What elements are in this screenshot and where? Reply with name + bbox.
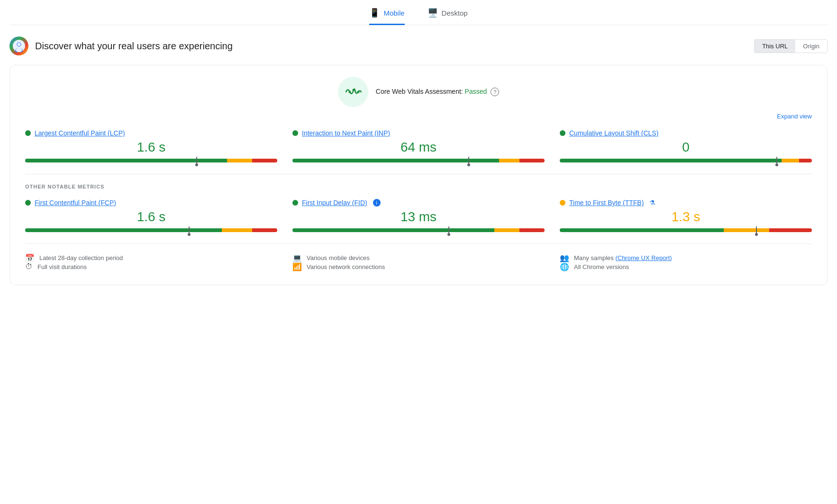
other-metrics-grid: First Contentful Paint (FCP) 1.6 s First… — [25, 199, 812, 232]
metric-dot-ttfb — [560, 200, 565, 206]
svg-point-5 — [348, 91, 351, 93]
metric-name-lcp[interactable]: Largest Contentful Paint (LCP) — [35, 129, 125, 137]
metric-bar-fid — [292, 228, 545, 232]
info-badge-text: Various network connections — [307, 263, 385, 270]
url-origin-toggle: This URL Origin — [754, 39, 828, 53]
other-metrics-label: OTHER NOTABLE METRICS — [25, 184, 812, 189]
metric-value-inp: 64 ms — [292, 140, 545, 155]
info-col-1: 💻 Various mobile devices 📶 Various netwo… — [292, 253, 545, 271]
info-col-2: 👥 Many samples (Chrome UX Report) 🌐 All … — [560, 253, 812, 271]
info-badge-item: 📶 Various network connections — [292, 262, 545, 271]
page-wrapper: 📱 Mobile 🖥️ Desktop Discover what your r… — [0, 0, 837, 293]
metric-name-ttfb[interactable]: Time to First Byte (TTFB) — [569, 199, 644, 207]
svg-point-4 — [16, 48, 22, 52]
svg-point-6 — [352, 89, 355, 91]
metric-value-fid: 13 ms — [292, 209, 545, 225]
info-badge-item: 🌐 All Chrome versions — [560, 262, 812, 271]
tab-desktop[interactable]: 🖥️ Desktop — [428, 8, 468, 25]
bar-marker-inp — [468, 157, 469, 164]
info-badges: 📅 Latest 28-day collection period ⏱ Full… — [25, 243, 812, 271]
metric-dot-fcp — [25, 200, 31, 206]
metric-name-fid[interactable]: First Input Delay (FID) — [302, 199, 367, 207]
bar-marker-fid — [448, 226, 449, 234]
info-badge-item: 📅 Latest 28-day collection period — [25, 253, 277, 262]
metric-inp: Interaction to Next Paint (INP) 64 ms — [292, 129, 545, 162]
info-badge-item: ⏱ Full visit durations — [25, 262, 277, 271]
cwv-header: Core Web Vitals Assessment: Passed ? — [25, 77, 812, 107]
metric-dot-fid — [292, 200, 298, 206]
metric-bar-fcp — [25, 228, 277, 232]
metric-bar-lcp — [25, 159, 277, 162]
core-metrics-grid: Largest Contentful Paint (LCP) 1.6 s Int… — [25, 129, 812, 162]
header-row: Discover what your real users are experi… — [9, 36, 828, 55]
origin-button[interactable]: Origin — [795, 40, 827, 53]
metric-dot-inp — [292, 130, 298, 136]
cwv-title: Core Web Vitals Assessment: — [376, 88, 463, 95]
metric-name-inp[interactable]: Interaction to Next Paint (INP) — [302, 129, 390, 137]
mobile-icon: 📱 — [369, 8, 380, 18]
info-badge-icon: 🌐 — [560, 262, 569, 271]
info-col-0: 📅 Latest 28-day collection period ⏱ Full… — [25, 253, 277, 271]
metric-bar-cls — [560, 159, 812, 162]
cwv-help-icon[interactable]: ? — [491, 88, 499, 96]
metric-label-row-fid: First Input Delay (FID) i — [292, 199, 545, 207]
metric-value-fcp: 1.6 s — [25, 209, 277, 225]
page-title: Discover what your real users are experi… — [35, 41, 233, 52]
metric-label-row-fcp: First Contentful Paint (FCP) — [25, 199, 277, 207]
metric-label-row-lcp: Largest Contentful Paint (LCP) — [25, 129, 277, 137]
bar-marker-fcp — [189, 226, 190, 234]
metric-dot-cls — [560, 130, 565, 136]
info-badge-icon: 📶 — [292, 262, 302, 271]
metric-bar-inp — [292, 159, 545, 162]
metric-fid: First Input Delay (FID) i 13 ms — [292, 199, 545, 232]
info-badge-icon: ⏱ — [25, 262, 33, 271]
info-badge-icon: 👥 — [560, 253, 569, 262]
info-badge-icon: 📅 — [25, 253, 35, 262]
cwv-icon — [338, 77, 368, 107]
metric-label-row-ttfb: Time to First Byte (TTFB) ⚗ — [560, 199, 812, 207]
svg-point-7 — [357, 91, 359, 93]
tab-desktop-label: Desktop — [442, 9, 468, 17]
metric-lcp: Largest Contentful Paint (LCP) 1.6 s — [25, 129, 277, 162]
info-badge-text: All Chrome versions — [574, 263, 629, 270]
bar-marker-ttfb — [756, 226, 757, 234]
chrome-ux-link[interactable]: (Chrome UX Report) — [615, 254, 672, 261]
info-badge-text: Various mobile devices — [307, 254, 370, 261]
info-badge-item: 👥 Many samples (Chrome UX Report) — [560, 253, 812, 262]
info-badge-item: 💻 Various mobile devices — [292, 253, 545, 262]
expand-view[interactable]: Expand view — [25, 113, 812, 120]
flask-icon[interactable]: ⚗ — [649, 199, 655, 207]
bar-marker-cls — [776, 157, 777, 164]
this-url-button[interactable]: This URL — [755, 40, 795, 53]
metric-value-lcp: 1.6 s — [25, 140, 277, 155]
info-badge-icon: 💻 — [292, 253, 302, 262]
info-badge-text: Many samples (Chrome UX Report) — [574, 254, 672, 261]
metric-ttfb: Time to First Byte (TTFB) ⚗ 1.3 s — [560, 199, 812, 232]
info-badge-text: Full visit durations — [37, 263, 87, 270]
info-badge-text: Latest 28-day collection period — [39, 254, 123, 261]
metric-dot-lcp — [25, 130, 31, 136]
svg-point-3 — [18, 43, 21, 46]
metric-value-ttfb: 1.3 s — [560, 209, 812, 225]
metric-bar-ttfb — [560, 228, 812, 232]
info-icon[interactable]: i — [373, 199, 381, 207]
bar-marker-lcp — [196, 157, 197, 164]
avatar — [9, 36, 28, 55]
cwv-status: Passed — [465, 88, 487, 95]
metric-cls: Cumulative Layout Shift (CLS) 0 — [560, 129, 812, 162]
header-left: Discover what your real users are experi… — [9, 36, 233, 55]
tab-mobile-label: Mobile — [383, 9, 404, 17]
main-card: Core Web Vitals Assessment: Passed ? Exp… — [9, 65, 828, 285]
tab-bar: 📱 Mobile 🖥️ Desktop — [9, 8, 828, 25]
metric-label-row-cls: Cumulative Layout Shift (CLS) — [560, 129, 812, 137]
divider — [25, 174, 812, 174]
metric-fcp: First Contentful Paint (FCP) 1.6 s — [25, 199, 277, 232]
metric-label-row-inp: Interaction to Next Paint (INP) — [292, 129, 545, 137]
desktop-icon: 🖥️ — [428, 8, 438, 18]
metric-name-cls[interactable]: Cumulative Layout Shift (CLS) — [569, 129, 658, 137]
tab-mobile[interactable]: 📱 Mobile — [369, 8, 404, 25]
metric-value-cls: 0 — [560, 140, 812, 155]
cwv-title-group: Core Web Vitals Assessment: Passed ? — [376, 88, 499, 96]
metric-name-fcp[interactable]: First Contentful Paint (FCP) — [35, 199, 116, 207]
